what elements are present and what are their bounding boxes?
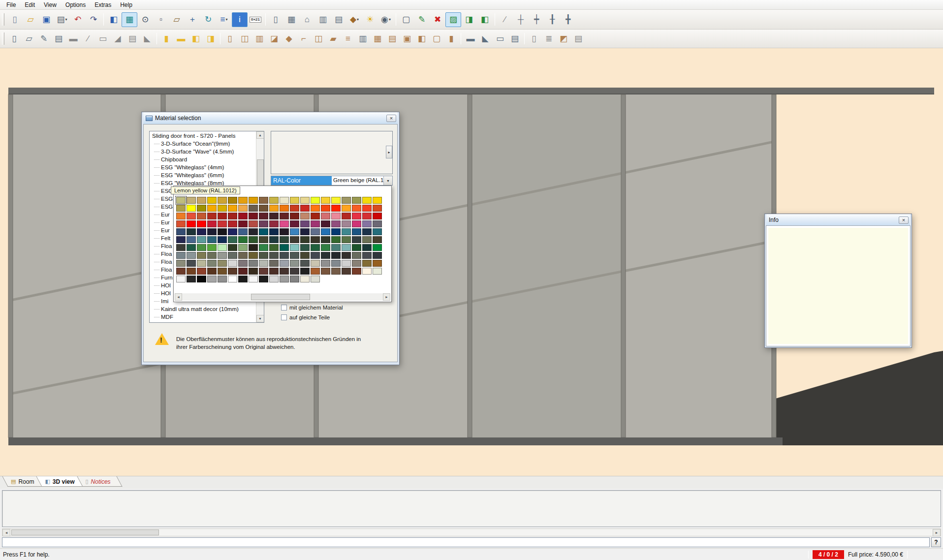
perspective-view-button[interactable]: ◧ [106, 12, 122, 27]
partition-button[interactable]: ▥ [355, 32, 370, 46]
color-swatch[interactable] [342, 197, 351, 204]
color-swatch[interactable] [207, 197, 217, 204]
color-swatch[interactable] [269, 228, 279, 235]
tree-item[interactable]: Kaindl ultra matt decor (10mm) [150, 305, 255, 313]
color-swatch[interactable] [187, 244, 196, 251]
color-swatch[interactable] [373, 244, 382, 251]
color-swatch[interactable] [311, 268, 320, 275]
color-swatch[interactable] [373, 228, 382, 235]
cabinet-3d-button[interactable]: ◧ [414, 32, 429, 46]
palette-scrollbar[interactable]: ◄ ► [175, 293, 390, 301]
dialog-close-button[interactable]: × [386, 115, 396, 122]
color-swatch[interactable] [311, 220, 320, 227]
layer-select-dropdown-arrow-icon[interactable]: ▾ [225, 17, 227, 22]
apply-material-button[interactable]: ▨ [445, 12, 461, 27]
color-swatch[interactable] [197, 276, 206, 282]
camera-view-dropdown-arrow-icon[interactable]: ▾ [389, 17, 391, 22]
color-swatch[interactable] [238, 244, 248, 251]
color-swatch[interactable] [300, 236, 310, 243]
scroll-down-button[interactable]: ▼ [256, 315, 264, 322]
menu-extras[interactable]: Extras [90, 0, 116, 9]
color-swatch[interactable] [207, 213, 217, 219]
info-window-titlebar[interactable]: Info × [766, 214, 910, 226]
color-swatch[interactable] [187, 205, 196, 212]
panel-vertical-button[interactable]: ▯ [527, 32, 541, 46]
color-swatch[interactable] [197, 260, 206, 267]
color-swatch[interactable] [249, 228, 258, 235]
color-swatch[interactable] [362, 236, 372, 243]
color-swatch[interactable] [300, 252, 310, 259]
color-swatch[interactable] [331, 236, 341, 243]
color-swatch[interactable] [331, 197, 341, 204]
color-swatch[interactable] [300, 244, 310, 251]
color-swatch[interactable] [207, 276, 217, 282]
color-swatch[interactable] [228, 220, 237, 227]
color-swatch[interactable] [352, 236, 361, 243]
paste-object-button[interactable]: ◧ [477, 12, 493, 27]
notices-panel[interactable] [2, 490, 941, 527]
carcass-grid-button[interactable]: ▦ [283, 12, 299, 27]
color-swatch[interactable] [259, 228, 268, 235]
info-close-button[interactable]: × [899, 217, 909, 224]
color-swatch[interactable] [331, 220, 341, 227]
draw-wall-button[interactable]: ✎ [36, 32, 51, 46]
copy-object-button[interactable]: ◨ [461, 12, 477, 27]
accessory-rail-button[interactable]: ▬ [463, 32, 478, 46]
scroll-left-button[interactable]: ◄ [175, 293, 182, 301]
tab-notices[interactable]: ▯Notices [80, 476, 120, 487]
color-swatch[interactable] [269, 220, 279, 227]
color-swatch[interactable] [290, 220, 299, 227]
color-swatch[interactable] [280, 205, 289, 212]
color-swatch[interactable] [311, 244, 320, 251]
color-swatch[interactable] [280, 244, 289, 251]
open-folder-button[interactable]: ▱ [23, 12, 38, 27]
color-swatch[interactable] [259, 268, 268, 275]
color-swatch[interactable] [352, 252, 361, 259]
color-swatch[interactable] [352, 197, 361, 204]
furniture-library-dropdown-arrow-icon[interactable]: ▾ [357, 17, 359, 22]
color-swatch[interactable] [321, 244, 330, 251]
color-swatch[interactable] [342, 268, 351, 275]
color-swatch[interactable] [362, 197, 372, 204]
color-swatch[interactable] [269, 260, 279, 267]
color-swatch[interactable] [300, 260, 310, 267]
color-swatch[interactable] [228, 276, 237, 282]
color-swatch[interactable] [218, 252, 227, 259]
color-swatch[interactable] [362, 268, 372, 275]
grid-size-indicator-button[interactable]: 0×21 [248, 12, 263, 27]
color-swatch[interactable] [362, 252, 372, 259]
color-swatch[interactable] [228, 228, 237, 235]
shelf-grid-button[interactable]: ▤ [331, 12, 346, 27]
command-input[interactable] [2, 537, 930, 547]
color-swatch[interactable] [218, 276, 227, 282]
color-swatch[interactable] [362, 260, 372, 267]
scroll-up-button[interactable]: ▲ [256, 131, 264, 139]
scroll-right-button[interactable]: ► [383, 293, 390, 301]
stairs-tool-button[interactable]: ▤ [125, 32, 140, 46]
checkbox-row-auf-gleiche-teile[interactable]: auf gleiche Teile [281, 314, 343, 320]
color-swatch[interactable] [311, 260, 320, 267]
plinth-button[interactable]: ▭ [493, 32, 507, 46]
color-swatch[interactable] [362, 228, 372, 235]
box-3d-button[interactable]: ◩ [556, 32, 571, 46]
furniture-library-button[interactable]: ◆▾ [346, 12, 362, 27]
scroll-right-button[interactable]: ► [933, 529, 941, 536]
color-swatch[interactable] [290, 268, 299, 275]
wardrobe-top-rail[interactable] [8, 88, 934, 94]
color-swatch[interactable] [249, 236, 258, 243]
color-swatch[interactable] [218, 260, 227, 267]
color-swatch[interactable] [187, 260, 196, 267]
color-swatch[interactable] [269, 197, 279, 204]
color-swatch[interactable] [342, 236, 351, 243]
color-swatch[interactable] [280, 220, 289, 227]
color-swatch[interactable] [373, 236, 382, 243]
shelf-element-button[interactable]: ≡ [341, 32, 355, 46]
door-left-button[interactable]: ◧ [189, 32, 203, 46]
color-swatch[interactable] [228, 205, 237, 212]
color-swatch[interactable] [352, 220, 361, 227]
color-swatch[interactable] [197, 252, 206, 259]
color-swatch[interactable] [373, 197, 382, 204]
color-swatch[interactable] [342, 213, 351, 219]
color-swatch[interactable] [331, 228, 341, 235]
help-button[interactable]: ? [931, 537, 941, 547]
